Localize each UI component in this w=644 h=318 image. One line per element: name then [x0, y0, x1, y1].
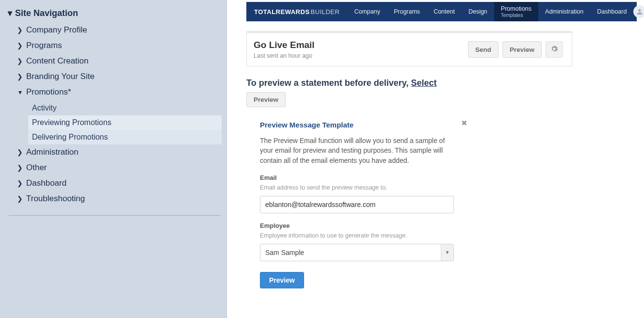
chevron-right-icon: ❯: [16, 195, 23, 203]
tab-label: Promotions: [501, 5, 531, 12]
svg-point-0: [639, 9, 641, 12]
chevron-right-icon: ❯: [16, 26, 23, 34]
close-icon: ✖: [461, 119, 467, 127]
sidebar-sublist-promotions: Activity Previewing Promotions Deliverin…: [16, 101, 222, 144]
app-brand[interactable]: TOTALREWARDS BUILDER: [246, 2, 347, 21]
send-button[interactable]: Send: [468, 41, 499, 58]
sidebar-subitem-delivering[interactable]: Delivering Promotions: [28, 130, 222, 144]
doc-sidebar: ▾ Site Navigation ❯ Company Profile ❯ Pr…: [0, 0, 227, 318]
sidebar-item-branding[interactable]: ❯ Branding Your Site: [16, 69, 222, 84]
tab-programs[interactable]: Programs: [387, 2, 427, 21]
brand-thin: BUILDER: [311, 8, 340, 16]
tab-promotions[interactable]: Promotions Templates: [494, 2, 538, 21]
sidebar-item-promotions[interactable]: ▾ Promotions*: [16, 84, 222, 100]
tab-design[interactable]: Design: [462, 2, 494, 21]
email-input[interactable]: [260, 196, 454, 213]
sidebar-subitem-label: Delivering Promotions: [32, 133, 108, 141]
chevron-right-icon: ❯: [16, 148, 23, 156]
sidebar-item-label: Promotions*: [26, 87, 71, 97]
tab-label: Content: [434, 8, 455, 15]
app-panel: TOTALREWARDS BUILDER Company Programs Co…: [227, 0, 644, 318]
employee-label: Employee: [260, 222, 464, 229]
intro-prefix: To preview a statement before delivery,: [246, 78, 411, 88]
sidebar-item-troubleshooting[interactable]: ❯ Troubleshooting: [16, 191, 222, 207]
preview-intro: To preview a statement before delivery, …: [246, 78, 637, 88]
tab-sublabel: Templates: [501, 13, 531, 18]
preview-small-button[interactable]: Preview: [246, 92, 286, 107]
panel-title: Preview Message Template: [260, 121, 464, 129]
tab-label: Design: [468, 8, 487, 15]
user-menu[interactable]: ▾: [633, 2, 644, 21]
sidebar-item-programs[interactable]: ❯ Programs: [16, 38, 222, 53]
tab-label: Dashboard: [597, 8, 627, 15]
avatar-icon: [633, 5, 644, 18]
employee-select-value: Sam Sample: [260, 244, 441, 261]
sidebar-item-label: Company Profile: [26, 25, 87, 35]
employee-help: Employee information to use to generate …: [260, 232, 464, 239]
sidebar-item-label: Other: [26, 163, 47, 173]
chevron-right-icon: ❯: [16, 57, 23, 65]
sidebar-item-label: Dashboard: [26, 178, 66, 188]
chevron-right-icon: ❯: [16, 179, 23, 187]
card-title: Go Live Email: [254, 40, 315, 50]
card-subtitle: Last sent an hour ago: [254, 52, 315, 59]
sidebar-item-content-creation[interactable]: ❯ Content Creation: [16, 53, 222, 69]
email-card: Go Live Email Last sent an hour ago Send…: [246, 31, 572, 66]
sidebar-root[interactable]: ▾ Site Navigation: [8, 6, 222, 20]
preview-panel: ✖ Preview Message Template The Preview E…: [260, 121, 464, 288]
sidebar-item-label: Branding Your Site: [26, 72, 95, 81]
sidebar-subitem-label: Activity: [32, 104, 57, 112]
sidebar-item-label: Content Creation: [26, 56, 89, 66]
email-label: Email: [260, 174, 464, 181]
employee-select[interactable]: Sam Sample ▼: [260, 244, 454, 261]
sidebar-item-label: Troubleshooting: [26, 194, 85, 204]
chevron-right-icon: ❯: [16, 164, 23, 172]
gear-icon: [550, 45, 558, 54]
caret-down-icon: ▼: [441, 244, 453, 261]
tab-content[interactable]: Content: [427, 2, 462, 21]
sidebar-divider: [9, 215, 221, 216]
tab-dashboard[interactable]: Dashboard: [590, 2, 633, 21]
sidebar-subitem-activity[interactable]: Activity: [28, 101, 222, 115]
app-topbar: TOTALREWARDS BUILDER Company Programs Co…: [246, 2, 637, 21]
sidebar-item-label: Administration: [26, 147, 79, 157]
tab-company[interactable]: Company: [347, 2, 387, 21]
panel-description: The Preview Email function will allow yo…: [260, 136, 449, 165]
sidebar-item-label: Programs: [26, 41, 62, 50]
sidebar-item-company-profile[interactable]: ❯ Company Profile: [16, 22, 222, 38]
sidebar-item-dashboard[interactable]: ❯ Dashboard: [16, 175, 222, 191]
tab-label: Administration: [545, 8, 583, 15]
sidebar-subitem-label: Previewing Promotions: [32, 118, 112, 127]
settings-button[interactable]: [546, 41, 563, 58]
chevron-right-icon: ❯: [16, 42, 23, 49]
sidebar-root-label: Site Navigation: [15, 8, 78, 18]
email-help: Email address to send the preview messag…: [260, 184, 464, 191]
tab-administration[interactable]: Administration: [538, 2, 590, 21]
sidebar-list: ❯ Company Profile ❯ Programs ❯ Content C…: [8, 22, 222, 207]
sidebar-item-administration[interactable]: ❯ Administration: [16, 144, 222, 160]
chevron-down-icon: ▾: [8, 8, 12, 18]
preview-button[interactable]: Preview: [502, 41, 542, 58]
close-button[interactable]: ✖: [461, 119, 467, 127]
select-link[interactable]: Select: [411, 78, 436, 88]
tab-label: Programs: [394, 8, 420, 15]
sidebar-subitem-previewing[interactable]: Previewing Promotions: [28, 115, 222, 130]
preview-submit-button[interactable]: Preview: [260, 272, 304, 288]
chevron-right-icon: ❯: [16, 73, 23, 80]
app-top-tabs: Company Programs Content Design Promotio…: [347, 2, 633, 21]
tab-label: Company: [354, 8, 380, 15]
chevron-down-icon: ▾: [16, 88, 23, 96]
sidebar-item-other[interactable]: ❯ Other: [16, 160, 222, 175]
brand-bold: TOTALREWARDS: [254, 8, 310, 16]
